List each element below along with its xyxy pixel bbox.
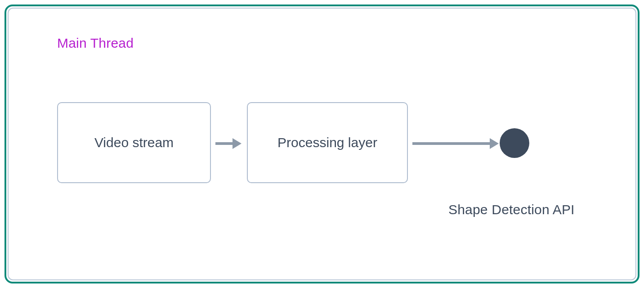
arrow-processing-to-endpoint — [412, 138, 499, 149]
diagram-outer-frame: Main Thread Video stream Processing laye… — [4, 4, 640, 284]
arrow-line — [215, 142, 233, 145]
node-processing-layer: Processing layer — [247, 102, 408, 183]
arrow-right-icon — [490, 138, 499, 149]
diagram-inner-frame: Main Thread Video stream Processing laye… — [8, 8, 636, 280]
node-video-stream: Video stream — [57, 102, 211, 183]
arrow-right-icon — [233, 138, 242, 149]
diagram-title: Main Thread — [57, 36, 134, 51]
endpoint-circle-icon — [500, 128, 529, 158]
node-processing-label: Processing layer — [277, 135, 377, 150]
endpoint-label: Shape Detection API — [448, 202, 575, 217]
node-video-label: Video stream — [94, 135, 174, 150]
arrow-video-to-processing — [215, 138, 242, 149]
arrow-line — [412, 142, 490, 145]
